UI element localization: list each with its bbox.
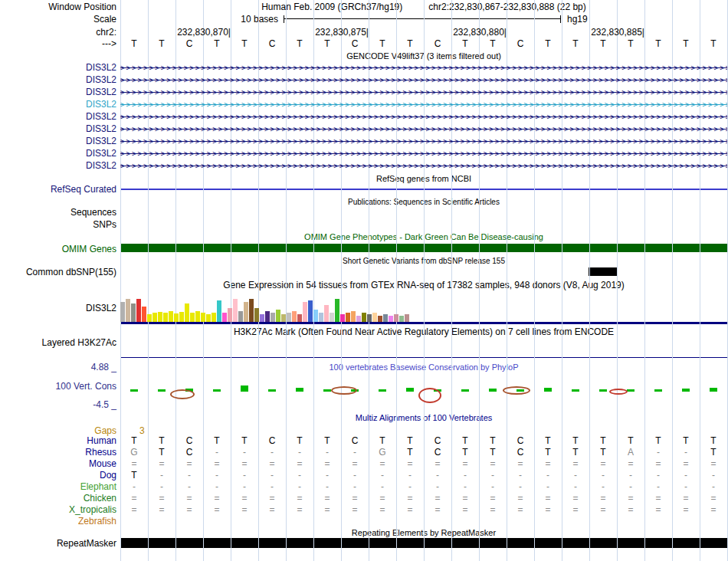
species-label[interactable]: Elephant [0, 481, 116, 492]
gtex-expression-bar[interactable] [126, 299, 130, 322]
gtex-expression-bar[interactable] [356, 316, 361, 322]
gencode-gene-label[interactable]: DIS3L2 [0, 148, 116, 159]
species-label[interactable]: Dog [0, 470, 116, 481]
gtex-expression-bar[interactable] [244, 302, 248, 322]
gencode-transcript-arrows[interactable]: >>>>>>>>>>>>>>>>>>>>>>>>>>>>>>>>>>>>>>>>… [120, 74, 727, 87]
gencode-transcript-arrows[interactable]: >>>>>>>>>>>>>>>>>>>>>>>>>>>>>>>>>>>>>>>>… [120, 123, 727, 136]
gtex-expression-bar[interactable] [351, 311, 356, 322]
sequences-track-label[interactable]: Sequences [0, 207, 116, 218]
gtex-expression-bar[interactable] [265, 311, 270, 322]
gtex-expression-bar[interactable] [394, 314, 398, 322]
gtex-expression-bar[interactable] [303, 302, 307, 322]
gtex-expression-bar[interactable] [383, 314, 388, 322]
gtex-expression-bar[interactable] [362, 313, 366, 322]
gtex-expression-bar[interactable] [228, 308, 232, 322]
repeatmasker-label[interactable]: RepeatMasker [0, 538, 116, 549]
species-label[interactable]: Zebrafish [0, 516, 116, 527]
gtex-expression-bar[interactable] [340, 314, 345, 322]
gtex-expression-bar[interactable] [163, 313, 168, 322]
gtex-expression-bar[interactable] [324, 305, 329, 322]
alignment-base: = [369, 458, 396, 470]
snps-track-label[interactable]: SNPs [0, 219, 116, 230]
gtex-expression-bar[interactable] [190, 313, 195, 322]
alignment-base: T [313, 435, 341, 447]
gaps-label[interactable]: Gaps [0, 425, 116, 436]
gtex-expression-bar[interactable] [152, 313, 157, 322]
gencode-gene-label[interactable]: DIS3L2 [0, 160, 116, 171]
phylop-track-label[interactable]: 100 Vert. Cons [0, 381, 116, 392]
gtex-expression-bar[interactable] [158, 312, 162, 322]
gencode-transcript-arrows[interactable]: >>>>>>>>>>>>>>>>>>>>>>>>>>>>>>>>>>>>>>>>… [120, 99, 727, 111]
gencode-transcript-arrows[interactable]: >>>>>>>>>>>>>>>>>>>>>>>>>>>>>>>>>>>>>>>>… [120, 160, 727, 172]
gencode-transcript-arrows[interactable]: >>>>>>>>>>>>>>>>>>>>>>>>>>>>>>>>>>>>>>>>… [120, 148, 727, 160]
gtex-expression-bar[interactable] [169, 311, 173, 322]
species-label[interactable]: Chicken [0, 493, 116, 504]
refseq-curated-label[interactable]: RefSeq Curated [0, 184, 116, 195]
gtex-expression-bar[interactable] [222, 313, 227, 322]
species-label[interactable]: Human [0, 435, 116, 446]
gtex-expression-bar[interactable] [335, 299, 339, 322]
gtex-expression-bar[interactable] [136, 299, 141, 322]
gencode-gene-label[interactable]: DIS3L2 [0, 123, 116, 134]
gencode-gene-label[interactable]: DIS3L2 [0, 111, 116, 122]
gtex-expression-bar[interactable] [212, 313, 216, 322]
gtex-expression-bar[interactable] [346, 313, 350, 322]
gtex-expression-bar[interactable] [201, 313, 205, 322]
species-label[interactable]: Mouse [0, 458, 116, 469]
gencode-gene-label[interactable]: DIS3L2 [0, 99, 116, 110]
gtex-expression-bar[interactable] [131, 303, 136, 322]
gtex-expression-bar[interactable] [287, 313, 291, 322]
gtex-expression-bar[interactable] [233, 299, 238, 322]
gencode-transcript-arrows[interactable]: >>>>>>>>>>>>>>>>>>>>>>>>>>>>>>>>>>>>>>>>… [120, 111, 727, 123]
gtex-expression-bar[interactable] [271, 313, 275, 322]
common-dbsnp-label[interactable]: Common dbSNP(155) [0, 267, 116, 277]
alignment-base: - [672, 481, 700, 493]
gencode-transcript-arrows[interactable]: >>>>>>>>>>>>>>>>>>>>>>>>>>>>>>>>>>>>>>>>… [120, 136, 727, 148]
gtex-expression-bar[interactable] [147, 314, 152, 322]
coordinate-label: 232,830,885| [591, 27, 644, 38]
gtex-expression-bar[interactable] [260, 314, 264, 322]
gtex-expression-bar[interactable] [185, 303, 189, 322]
gencode-gene-label[interactable]: DIS3L2 [0, 62, 116, 73]
gtex-expression-bar[interactable] [238, 311, 243, 322]
gtex-expression-bar[interactable] [281, 314, 286, 322]
scale-bar [284, 15, 561, 23]
gtex-expression-bar[interactable] [217, 300, 221, 322]
gencode-transcript-arrows[interactable]: >>>>>>>>>>>>>>>>>>>>>>>>>>>>>>>>>>>>>>>>… [120, 62, 727, 74]
gtex-expression-bar[interactable] [372, 313, 377, 322]
dbsnp-variant-bar[interactable] [589, 267, 617, 276]
gencode-gene-label[interactable]: DIS3L2 [0, 87, 116, 97]
gtex-expression-bar[interactable] [179, 312, 184, 322]
gtex-expression-bar[interactable] [399, 316, 404, 322]
gtex-expression-bar[interactable] [292, 311, 297, 322]
gtex-expression-bar[interactable] [319, 313, 323, 322]
gtex-expression-bar[interactable] [254, 308, 259, 322]
gencode-gene-label[interactable]: DIS3L2 [0, 136, 116, 146]
gtex-expression-bar[interactable] [249, 299, 254, 322]
gtex-expression-bar[interactable] [297, 314, 302, 322]
gtex-expression-bar[interactable] [330, 313, 334, 322]
gtex-expression-bar[interactable] [313, 310, 318, 322]
gencode-transcript-arrows[interactable]: >>>>>>>>>>>>>>>>>>>>>>>>>>>>>>>>>>>>>>>>… [120, 87, 727, 99]
gencode-gene-label[interactable]: DIS3L2 [0, 74, 116, 85]
layered-h3k27ac-label[interactable]: Layered H3K27Ac [0, 337, 116, 348]
phylop-negative-mark [418, 388, 441, 403]
alignment-base: - [644, 481, 672, 493]
species-label[interactable]: Rhesus [0, 447, 116, 458]
gtex-expression-bar[interactable] [367, 314, 372, 322]
gtex-expression-bar[interactable] [308, 300, 313, 322]
gtex-expression-bar[interactable] [174, 313, 179, 322]
gtex-expression-bar[interactable] [276, 310, 280, 322]
omim-genes-label[interactable]: OMIM Genes [0, 244, 116, 254]
alignment-base: T [369, 435, 396, 447]
phylop-conservation-mark [296, 388, 303, 392]
gtex-expression-bar[interactable] [206, 314, 211, 322]
gtex-expression-bar[interactable] [142, 307, 146, 322]
gtex-expression-bar[interactable] [405, 314, 409, 322]
gtex-expression-bar[interactable] [389, 316, 393, 322]
species-label[interactable]: X_tropicalis [0, 504, 116, 515]
gtex-expression-bar[interactable] [195, 311, 200, 322]
gtex-gene-label[interactable]: DIS3L2 [0, 303, 116, 313]
gtex-expression-bar[interactable] [378, 316, 382, 322]
gtex-expression-bar[interactable] [120, 302, 125, 322]
